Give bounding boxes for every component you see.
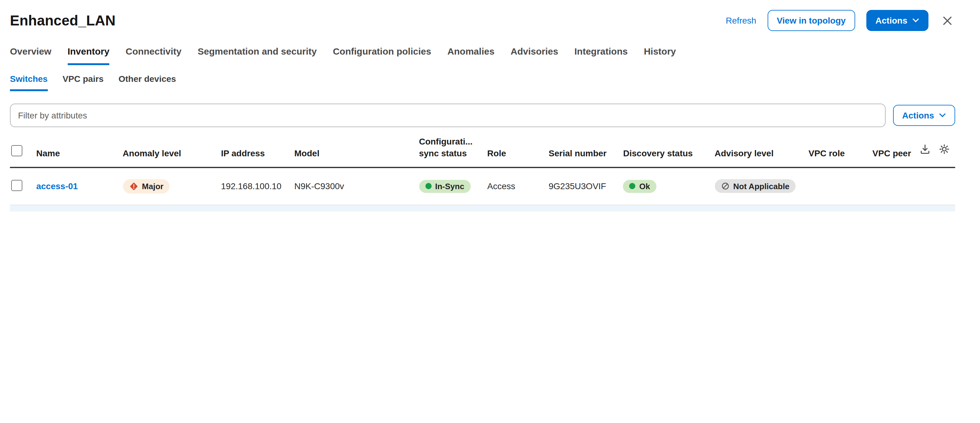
model: N9K-C9300v [294,181,344,191]
device-link[interactable]: access-01 [36,181,78,191]
column-label: Anomaly level [123,148,181,158]
main-tabs: OverviewInventoryConnectivitySegmentatio… [0,31,980,65]
column-header-advisory-level[interactable]: Advisory level [714,136,808,168]
header-checkbox-cell [10,136,36,168]
column-header-anomaly-level[interactable]: Anomaly level [123,136,221,168]
topbar: Enhanced_LAN Refresh View in topology Ac… [0,0,980,31]
tab-advisories[interactable]: Advisories [511,46,558,65]
device-detail-page: Enhanced_LAN Refresh View in topology Ac… [0,0,980,211]
topbar-actions: Refresh View in topology Actions [726,10,955,31]
circle-slash-icon [721,182,729,191]
column-header-role[interactable]: Role [487,136,549,168]
tab-history[interactable]: History [644,46,676,65]
table-actions-button[interactable]: Actions [893,105,955,126]
table-row: access-0110Minor192.168.100.22N9K-C9300v… [10,205,955,211]
column-header-vpc-role[interactable]: VPC role [808,136,873,168]
discovery-status-label: Ok [640,182,650,190]
subtab-vpc-pairs[interactable]: VPC pairs [62,74,103,91]
column-label: VPC peer [873,148,912,158]
select-all-checkbox[interactable] [11,145,22,156]
switches-table-container: NameAnomaly levelIP addressModelConfigur… [0,127,980,211]
table-actions-label: Actions [902,110,934,120]
close-button[interactable] [940,13,955,28]
gear-icon[interactable] [939,143,950,158]
column-label: Configurati... sync status [419,136,473,158]
advisory-level-pill: Not Applicable [714,179,795,193]
tab-anomalies[interactable]: Anomalies [447,46,495,65]
subtab-other-devices[interactable]: Other devices [119,74,176,91]
config-sync-status-pill: In-Sync [419,180,471,193]
column-label: Discovery status [623,148,693,158]
column-label: Name [36,148,60,158]
view-in-topology-label: View in topology [776,16,846,25]
tab-overview[interactable]: Overview [10,46,51,65]
table-header-row: NameAnomaly levelIP addressModelConfigur… [10,136,955,168]
filter-row: Actions [0,91,980,127]
anomaly-level-label: Major [142,182,163,190]
column-header-serial-number[interactable]: Serial number [549,136,623,168]
table-row: access-01Major192.168.100.10N9K-C9300vIn… [10,168,955,205]
row-checkbox[interactable] [11,180,22,191]
column-label: Role [487,148,506,158]
row-trailing-cell [926,205,955,211]
header-icons-cell [926,136,955,168]
discovery-status-pill: Ok [623,180,656,193]
row-trailing-cell [926,168,955,205]
column-label: IP address [221,148,265,158]
serial-number: 9G235U3OVIF [549,181,606,191]
column-label: Model [294,148,320,158]
column-label: Serial number [549,148,607,158]
subtab-switches[interactable]: Switches [10,74,48,91]
status-dot [629,183,636,190]
download-icon[interactable] [919,143,931,158]
column-header-configurati-sync-status[interactable]: Configurati... sync status [419,136,487,168]
tab-inventory[interactable]: Inventory [67,46,109,65]
tab-segmentation-and-security[interactable]: Segmentation and security [198,46,317,65]
column-header-discovery-status[interactable]: Discovery status [623,136,715,168]
close-icon [941,14,954,27]
config-sync-status-label: In-Sync [435,182,464,190]
chevron-down-icon [912,18,919,23]
column-header-vpc-peer[interactable]: VPC peer [873,136,926,168]
tab-configuration-policies[interactable]: Configuration policies [333,46,431,65]
role: Access [487,181,515,191]
refresh-link[interactable]: Refresh [726,16,756,25]
column-label: Advisory level [714,148,773,158]
column-header-ip-address[interactable]: IP address [221,136,294,168]
chevron-down-icon [939,113,946,118]
view-in-topology-button[interactable]: View in topology [767,10,855,31]
column-label: VPC role [808,148,845,158]
switches-table: NameAnomaly levelIP addressModelConfigur… [10,136,955,211]
filter-input[interactable] [10,104,885,127]
tab-integrations[interactable]: Integrations [574,46,628,65]
column-header-model[interactable]: Model [294,136,419,168]
table-body: access-01Major192.168.100.10N9K-C9300vIn… [10,168,955,211]
status-dot [425,183,431,190]
major-anomaly-icon [129,182,138,191]
actions-button[interactable]: Actions [866,10,929,31]
inventory-subtabs: SwitchesVPC pairsOther devices [0,65,980,91]
tab-connectivity[interactable]: Connectivity [126,46,181,65]
actions-label: Actions [875,16,907,25]
page-title: Enhanced_LAN [10,12,116,29]
column-header-name[interactable]: Name [36,136,123,168]
anomaly-badge: Major [123,179,170,193]
ip-address: 192.168.100.10 [221,181,282,191]
advisory-level-label: Not Applicable [733,182,789,190]
